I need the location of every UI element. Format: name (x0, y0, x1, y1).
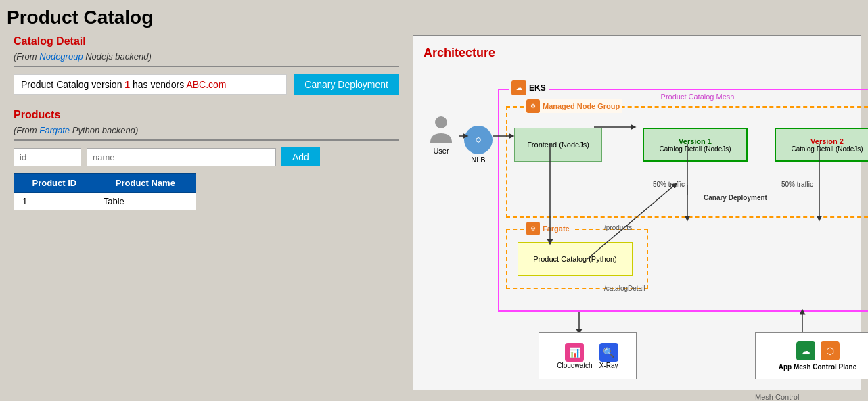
python-catalog-node: Product Catalog (Python) (518, 242, 633, 276)
svg-point-0 (435, 116, 447, 128)
products-route-label: /products (604, 224, 632, 231)
product-name-cell: Table (95, 193, 196, 210)
eks-label-box: ☁ EKS (509, 80, 549, 95)
v1-label: Catalog Detail (NodeJs) (659, 145, 731, 153)
fargate-icon: ⚙ (526, 222, 540, 235)
cloudwatch-xray-box: 📊 Cloudwatch 🔍 X-Ray (539, 332, 637, 379)
add-product-button[interactable]: Add (281, 147, 320, 166)
architecture-panel: Architecture User ☁ EKS Product Catalog … (413, 35, 861, 390)
nodegroup-link[interactable]: Nodegroup (39, 51, 83, 62)
nlb-label: NLB (471, 156, 485, 164)
managed-icon: ⚙ (526, 99, 540, 113)
nlb-block: ⬡ NLB (464, 126, 493, 164)
catalog-info-box: Product Catalog version 1 has vendors AB… (14, 74, 287, 95)
eks-container: ☁ EKS Product Catalog Mesh ⚙ Managed Nod… (498, 89, 868, 312)
appmesh-icon: ⬡ (821, 341, 840, 360)
v2-label: Catalog Detail (NodeJs) (791, 145, 863, 153)
xray-icon: 🔍 (599, 343, 618, 362)
cloudwatch-icon: 📊 (565, 343, 584, 362)
products-title: Products (14, 109, 399, 121)
catalog-detail-source: (From Nodegroup Nodejs backend) (14, 51, 399, 62)
products-divider (14, 139, 399, 141)
products-section: Products (From Fargate Python backend) A… (14, 109, 399, 210)
architecture-diagram: User ☁ EKS Product Catalog Mesh ⚙ Manage… (424, 68, 850, 379)
catalog-detail-title: Catalog Detail (14, 35, 399, 47)
managed-node-group: ⚙ Managed Node Group Frontend (NodeJs) V… (506, 106, 868, 218)
fargate-container: ⚙ Fargate Product Catalog (Python) (506, 229, 648, 289)
traffic-50-right: 50% traffic (781, 181, 813, 188)
user-label: User (433, 147, 449, 155)
page-title: Product Catalog (7, 7, 861, 28)
products-table: Product ID Product Name 1Table (14, 173, 196, 210)
appmesh-label: App Mesh Control Plane (779, 363, 857, 371)
canary-deployment-label: Canary Deployment (704, 194, 767, 202)
mesh-control-label: Mesh Control (755, 393, 799, 401)
product-name-input[interactable] (87, 148, 276, 166)
version1-node: Version 1 Catalog Detail (NodeJs) (643, 128, 748, 162)
managed-label: Managed Node Group (543, 102, 620, 110)
managed-label-box: ⚙ Managed Node Group (524, 99, 622, 113)
product-id-input[interactable] (14, 148, 81, 166)
v1-title: Version 1 (679, 137, 712, 145)
user-icon (430, 116, 452, 145)
user-block: User (430, 116, 452, 155)
nlb-icon: ⬡ (464, 126, 493, 154)
product-id-cell: 1 (14, 193, 95, 210)
fargate-label-box: ⚙ Fargate (524, 222, 572, 235)
catalog-version: 1 (124, 79, 130, 90)
traffic-50-left: 50% traffic (653, 181, 685, 188)
frontend-node: Frontend (NodeJs) (514, 128, 602, 162)
catalog-divider (14, 66, 399, 67)
table-row: 1Table (14, 193, 196, 210)
canary-deployment-button[interactable]: Canary Deployment (294, 74, 399, 95)
catalog-vendor: ABC.com (186, 79, 226, 90)
products-source: (From Fargate Python backend) (14, 125, 399, 135)
version2-node: Version 2 Catalog Detail (NodeJs) (775, 128, 868, 162)
fargate-link[interactable]: Fargate (39, 125, 70, 135)
architecture-title: Architecture (424, 46, 850, 60)
col-product-name: Product Name (95, 174, 196, 193)
mesh-label: Product Catalog Mesh (661, 93, 735, 101)
aws-icon: ☁ (796, 341, 815, 360)
col-product-id: Product ID (14, 174, 95, 193)
eks-label: EKS (529, 83, 546, 93)
v2-title: Version 2 (810, 137, 844, 145)
left-panel: Catalog Detail (From Nodegroup Nodejs ba… (7, 35, 406, 390)
eks-icon: ☁ (511, 80, 526, 95)
xray-label: X-Ray (599, 362, 618, 369)
cloudwatch-label: Cloudwatch (557, 362, 592, 369)
catalog-route-label: /catalogDetail (604, 285, 645, 292)
appmesh-box: ☁ ⬡ App Mesh Control Plane (755, 332, 868, 379)
fargate-label: Fargate (543, 225, 570, 233)
